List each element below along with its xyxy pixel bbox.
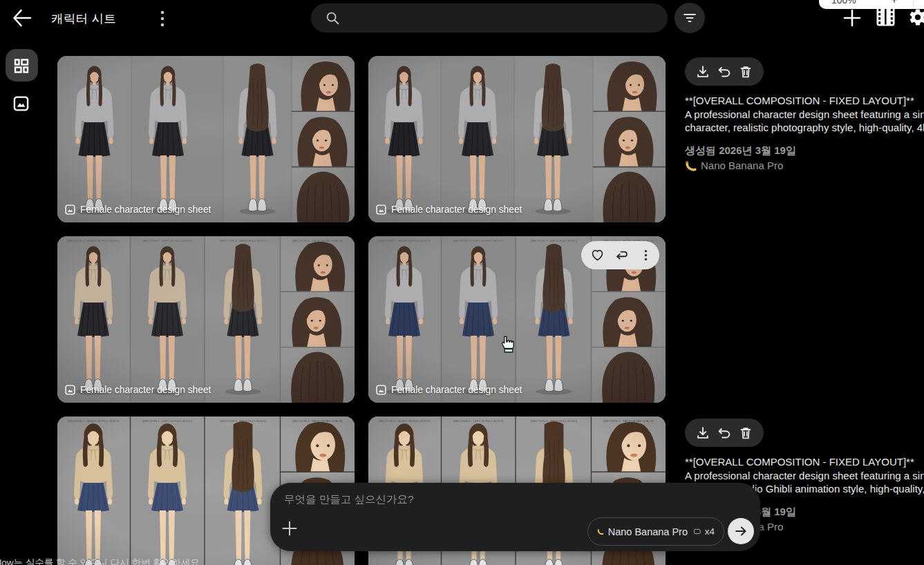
svg-text:[SECTION 4 - FACE DETAIL STACK: [SECTION 4 - FACE DETAIL STACK] [603, 419, 654, 423]
svg-text:[SECTION 1 - RIGHT 45 FULL BOD: [SECTION 1 - RIGHT 45 FULL BODY] [379, 239, 431, 242]
svg-text:[SECTION 2 - LEFT 45 FULL BODY: [SECTION 2 - LEFT 45 FULL BODY] [142, 239, 192, 242]
svg-text:[SECTION 3 - BACK FULL BODY]: [SECTION 3 - BACK FULL BODY] [531, 419, 577, 423]
svg-text:[SECTION 3 - BACK FULL BODY]: [SECTION 3 - BACK FULL BODY] [220, 419, 266, 423]
svg-text:[SECTION 2 - LEFT 45 FULL BODY: [SECTION 2 - LEFT 45 FULL BODY] [142, 419, 192, 423]
svg-text:[SECTION 4 - FACE DETAIL STACK: [SECTION 4 - FACE DETAIL STACK] [292, 239, 343, 242]
svg-text:[SECTION 1 - RIGHT 45 FULL BOD: [SECTION 1 - RIGHT 45 FULL BODY] [68, 419, 120, 423]
svg-text:[SECTION 3 - BACK FULL BODY]: [SECTION 3 - BACK FULL BODY] [220, 239, 266, 242]
svg-text:[SECTION 3 - BACK FULL BODY]: [SECTION 3 - BACK FULL BODY] [531, 239, 577, 242]
svg-text:[SECTION 2 - LEFT 45 FULL BODY: [SECTION 2 - LEFT 45 FULL BODY] [453, 239, 503, 242]
svg-text:[SECTION 1 - RIGHT 45 FULL BOD: [SECTION 1 - RIGHT 45 FULL BODY] [379, 419, 431, 423]
svg-text:[SECTION 1 - RIGHT 45 FULL BOD: [SECTION 1 - RIGHT 45 FULL BODY] [68, 239, 120, 242]
svg-text:[SECTION 4 - FACE DETAIL STACK: [SECTION 4 - FACE DETAIL STACK] [292, 419, 343, 423]
svg-text:[SECTION 2 - LEFT 45 FULL BODY: [SECTION 2 - LEFT 45 FULL BODY] [453, 419, 503, 423]
